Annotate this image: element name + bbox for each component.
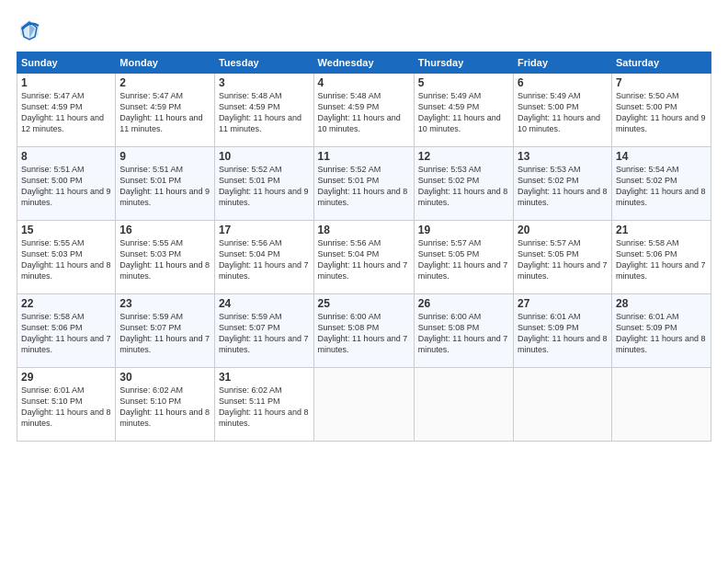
day-cell: 3 Sunrise: 5:48 AMSunset: 4:59 PMDayligh…: [214, 74, 313, 147]
day-info: Sunrise: 5:59 AMSunset: 5:07 PMDaylight:…: [219, 312, 309, 354]
day-cell: 1 Sunrise: 5:47 AMSunset: 4:59 PMDayligh…: [17, 74, 116, 147]
logo-icon: [17, 17, 42, 42]
day-info: Sunrise: 6:00 AMSunset: 5:08 PMDaylight:…: [418, 312, 508, 354]
day-number: 16: [119, 224, 210, 236]
logo: [17, 17, 46, 42]
day-info: Sunrise: 6:02 AMSunset: 5:11 PMDaylight:…: [219, 385, 309, 428]
day-cell: 8 Sunrise: 5:51 AMSunset: 5:00 PMDayligh…: [17, 147, 116, 221]
day-info: Sunrise: 6:02 AMSunset: 5:10 PMDaylight:…: [119, 385, 210, 428]
day-info: Sunrise: 6:00 AMSunset: 5:08 PMDaylight:…: [318, 312, 408, 354]
day-number: 17: [219, 224, 310, 236]
day-number: 31: [219, 371, 310, 384]
day-number: 28: [616, 297, 707, 310]
day-cell: 11 Sunrise: 5:52 AMSunset: 5:01 PMDaylig…: [313, 147, 414, 221]
day-cell: 5 Sunrise: 5:49 AMSunset: 4:59 PMDayligh…: [414, 74, 513, 147]
day-info: Sunrise: 5:53 AMSunset: 5:02 PMDaylight:…: [418, 165, 508, 207]
day-cell: 28 Sunrise: 6:01 AMSunset: 5:09 PMDaylig…: [611, 294, 711, 368]
day-header-sunday: Sunday: [17, 52, 116, 74]
day-number: 25: [318, 297, 410, 310]
day-cell: 23 Sunrise: 5:59 AMSunset: 5:07 PMDaylig…: [116, 294, 215, 368]
day-cell: 2 Sunrise: 5:47 AMSunset: 4:59 PMDayligh…: [116, 74, 215, 147]
page: SundayMondayTuesdayWednesdayThursdayFrid…: [0, 0, 728, 563]
day-header-friday: Friday: [514, 52, 612, 74]
week-row-1: 1 Sunrise: 5:47 AMSunset: 4:59 PMDayligh…: [17, 74, 711, 147]
day-cell: 12 Sunrise: 5:53 AMSunset: 5:02 PMDaylig…: [414, 147, 513, 221]
week-row-4: 22 Sunrise: 5:58 AMSunset: 5:06 PMDaylig…: [17, 294, 711, 368]
day-cell: 31 Sunrise: 6:02 AMSunset: 5:11 PMDaylig…: [214, 368, 313, 442]
day-cell: 20 Sunrise: 5:57 AMSunset: 5:05 PMDaylig…: [514, 221, 612, 294]
day-info: Sunrise: 5:48 AMSunset: 4:59 PMDaylight:…: [219, 91, 301, 133]
day-cell: 14 Sunrise: 5:54 AMSunset: 5:02 PMDaylig…: [611, 147, 711, 221]
day-info: Sunrise: 5:55 AMSunset: 5:03 PMDaylight:…: [119, 238, 210, 281]
day-cell: [313, 368, 414, 442]
day-cell: 13 Sunrise: 5:53 AMSunset: 5:02 PMDaylig…: [514, 147, 612, 221]
day-header-thursday: Thursday: [414, 52, 513, 74]
day-info: Sunrise: 5:47 AMSunset: 4:59 PMDaylight:…: [119, 91, 202, 133]
day-info: Sunrise: 5:50 AMSunset: 5:00 PMDaylight:…: [616, 91, 706, 133]
day-info: Sunrise: 5:58 AMSunset: 5:06 PMDaylight:…: [616, 238, 706, 281]
day-info: Sunrise: 5:55 AMSunset: 5:03 PMDaylight:…: [21, 238, 111, 281]
day-cell: 10 Sunrise: 5:52 AMSunset: 5:01 PMDaylig…: [214, 147, 313, 221]
day-number: 3: [219, 76, 310, 89]
day-number: 10: [219, 150, 310, 163]
day-header-tuesday: Tuesday: [214, 52, 313, 74]
day-info: Sunrise: 5:56 AMSunset: 5:04 PMDaylight:…: [318, 238, 408, 281]
day-cell: 4 Sunrise: 5:48 AMSunset: 4:59 PMDayligh…: [313, 74, 414, 147]
day-header-saturday: Saturday: [611, 52, 711, 74]
day-number: 14: [616, 150, 707, 163]
day-number: 20: [518, 224, 608, 236]
day-number: 18: [318, 224, 410, 236]
week-row-2: 8 Sunrise: 5:51 AMSunset: 5:00 PMDayligh…: [17, 147, 711, 221]
day-number: 1: [21, 76, 111, 89]
day-number: 27: [518, 297, 608, 310]
calendar-header: SundayMondayTuesdayWednesdayThursdayFrid…: [17, 52, 711, 74]
day-info: Sunrise: 6:01 AMSunset: 5:09 PMDaylight:…: [616, 312, 706, 354]
day-cell: 27 Sunrise: 6:01 AMSunset: 5:09 PMDaylig…: [514, 294, 612, 368]
day-info: Sunrise: 5:59 AMSunset: 5:07 PMDaylight:…: [119, 312, 210, 354]
day-cell: [514, 368, 612, 442]
day-cell: 30 Sunrise: 6:02 AMSunset: 5:10 PMDaylig…: [116, 368, 215, 442]
day-cell: 19 Sunrise: 5:57 AMSunset: 5:05 PMDaylig…: [414, 221, 513, 294]
day-info: Sunrise: 5:51 AMSunset: 5:00 PMDaylight:…: [21, 165, 111, 207]
day-cell: 7 Sunrise: 5:50 AMSunset: 5:00 PMDayligh…: [611, 74, 711, 147]
day-cell: 9 Sunrise: 5:51 AMSunset: 5:01 PMDayligh…: [116, 147, 215, 221]
day-info: Sunrise: 5:54 AMSunset: 5:02 PMDaylight:…: [616, 165, 706, 207]
day-number: 22: [21, 297, 111, 310]
day-cell: [611, 368, 711, 442]
header: [17, 17, 711, 42]
day-number: 30: [119, 371, 210, 384]
day-cell: 18 Sunrise: 5:56 AMSunset: 5:04 PMDaylig…: [313, 221, 414, 294]
day-info: Sunrise: 5:52 AMSunset: 5:01 PMDaylight:…: [219, 165, 309, 207]
day-number: 7: [616, 76, 707, 89]
day-cell: 16 Sunrise: 5:55 AMSunset: 5:03 PMDaylig…: [116, 221, 215, 294]
day-number: 5: [418, 76, 509, 89]
calendar-table: SundayMondayTuesdayWednesdayThursdayFrid…: [17, 52, 711, 442]
day-info: Sunrise: 5:51 AMSunset: 5:01 PMDaylight:…: [119, 165, 210, 207]
week-row-5: 29 Sunrise: 6:01 AMSunset: 5:10 PMDaylig…: [17, 368, 711, 442]
day-cell: 15 Sunrise: 5:55 AMSunset: 5:03 PMDaylig…: [17, 221, 116, 294]
day-info: Sunrise: 5:47 AMSunset: 4:59 PMDaylight:…: [21, 91, 104, 133]
day-info: Sunrise: 6:01 AMSunset: 5:09 PMDaylight:…: [518, 312, 608, 354]
day-info: Sunrise: 5:52 AMSunset: 5:01 PMDaylight:…: [318, 165, 408, 207]
day-number: 11: [318, 150, 410, 163]
day-info: Sunrise: 5:57 AMSunset: 5:05 PMDaylight:…: [518, 238, 608, 281]
day-header-monday: Monday: [116, 52, 215, 74]
day-cell: 17 Sunrise: 5:56 AMSunset: 5:04 PMDaylig…: [214, 221, 313, 294]
day-number: 21: [616, 224, 707, 236]
day-header-wednesday: Wednesday: [313, 52, 414, 74]
day-number: 2: [119, 76, 210, 89]
day-info: Sunrise: 5:57 AMSunset: 5:05 PMDaylight:…: [418, 238, 508, 281]
day-cell: 29 Sunrise: 6:01 AMSunset: 5:10 PMDaylig…: [17, 368, 116, 442]
day-number: 23: [119, 297, 210, 310]
day-info: Sunrise: 5:49 AMSunset: 4:59 PMDaylight:…: [418, 91, 501, 133]
calendar-body: 1 Sunrise: 5:47 AMSunset: 4:59 PMDayligh…: [17, 74, 711, 442]
day-number: 26: [418, 297, 509, 310]
day-number: 9: [119, 150, 210, 163]
day-number: 12: [418, 150, 509, 163]
week-row-3: 15 Sunrise: 5:55 AMSunset: 5:03 PMDaylig…: [17, 221, 711, 294]
day-number: 19: [418, 224, 509, 236]
day-number: 15: [21, 224, 111, 236]
day-cell: 26 Sunrise: 6:00 AMSunset: 5:08 PMDaylig…: [414, 294, 513, 368]
day-number: 29: [21, 371, 111, 384]
day-cell: 21 Sunrise: 5:58 AMSunset: 5:06 PMDaylig…: [611, 221, 711, 294]
